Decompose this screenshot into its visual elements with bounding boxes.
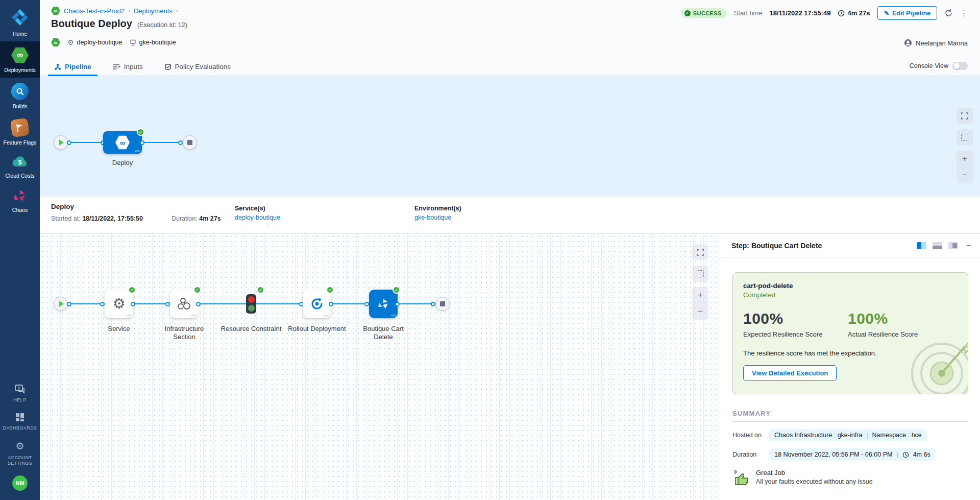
pencil-icon: ✎ xyxy=(884,9,889,17)
breadcrumb-deployments-link[interactable]: Deployments xyxy=(134,7,173,15)
play-icon xyxy=(59,139,64,146)
cd-stage-icon: ∞ xyxy=(115,135,130,150)
fullscreen-icon[interactable] xyxy=(692,244,708,260)
duration-value: 4m 27s xyxy=(199,215,220,222)
console-view-toggle[interactable] xyxy=(952,62,968,70)
avatar[interactable]: NM xyxy=(12,475,28,491)
play-icon xyxy=(59,301,64,307)
sidebar-label-cloud-costs: Cloud Costs xyxy=(5,173,34,179)
duration-pill: 18 November 2022, 05:56 PM - 06:00 PM | … xyxy=(769,448,936,461)
start-time-label: Start time xyxy=(734,9,763,17)
step-node-service[interactable]: ⚙ ✓ </> xyxy=(105,290,133,318)
console-view-control: Console View xyxy=(910,62,968,70)
stage-canvas-controls: + − xyxy=(957,108,973,183)
sidebar-label-builds: Builds xyxy=(13,103,28,109)
marquee-select-icon[interactable] xyxy=(957,129,973,146)
chevron-right-icon: › xyxy=(176,8,178,14)
sidebar-user-avatar[interactable]: NM xyxy=(0,470,40,500)
zoom-out-button[interactable]: − xyxy=(957,167,973,183)
execution-graph-canvas[interactable]: ⚙ ✓ </> Service ✓ </> Infrastructure Sec… xyxy=(40,234,720,500)
step-details-panel: Step: Boutique Cart Delete − cart-pod-de… xyxy=(720,234,980,500)
duration-row: Duration 18 November 2022, 05:56 PM - 06… xyxy=(732,448,968,461)
sidebar-item-help[interactable]: ? HELP xyxy=(0,379,40,407)
view-detailed-execution-button[interactable]: View Detailed Execution xyxy=(743,365,837,381)
collapse-panel-icon[interactable]: − xyxy=(966,241,971,250)
breadcrumb: ∞ Chaos-Test-in-Prod2 › Deployments › xyxy=(51,6,178,15)
dashboards-grid-icon xyxy=(15,412,25,422)
sidebar-item-home[interactable]: Home xyxy=(0,0,40,41)
step-node-resource-constraint[interactable]: ✓ xyxy=(237,290,265,318)
zoom-out-button[interactable]: − xyxy=(692,303,708,320)
zoom-in-button[interactable]: + xyxy=(692,287,708,303)
fullscreen-icon[interactable] xyxy=(957,108,973,124)
duration-label: Duration: xyxy=(172,215,198,222)
stage-pipeline-canvas[interactable]: ∞ ✓ </> Deploy + − xyxy=(40,76,980,197)
exec-end-node[interactable] xyxy=(435,297,450,311)
kebab-menu-icon[interactable]: ⋮ xyxy=(960,9,968,18)
success-check-icon: ✓ xyxy=(326,286,334,294)
pill-separator: | xyxy=(896,451,898,458)
edit-pipeline-label: Edit Pipeline xyxy=(892,10,930,17)
tab-policy-evaluations[interactable]: Policy Evaluations xyxy=(162,63,233,76)
stage-node-deploy[interactable]: ∞ ✓ </> xyxy=(103,131,142,154)
environment-link[interactable]: gke-boutique xyxy=(414,214,451,221)
port xyxy=(100,302,105,306)
tab-policy-label: Policy Evaluations xyxy=(175,63,231,70)
summary-duration-label: Duration xyxy=(732,451,764,458)
step-node-rollout-deployment[interactable]: ✓ </> xyxy=(303,290,331,318)
stage-start-node[interactable] xyxy=(54,135,68,150)
duration-total: 4m 6s xyxy=(913,451,930,458)
service-gear-icon: ⚙ xyxy=(112,297,125,311)
header-meta: ✓ SUCCESS Start time 18/11/2022 17:55:49… xyxy=(681,6,968,20)
tab-pipeline[interactable]: Pipeline xyxy=(52,63,93,76)
exec-start-node[interactable] xyxy=(54,297,68,311)
sidebar-item-dashboards[interactable]: DASHBOARDS xyxy=(0,407,40,435)
stage-end-node[interactable] xyxy=(183,135,197,150)
template-icon: </> xyxy=(126,314,131,317)
sidebar-item-cloud-costs[interactable]: $ Cloud Costs xyxy=(0,150,40,183)
stage-started: Started at: 18/11/2022, 17:55:50 xyxy=(51,215,143,222)
zoom-in-button[interactable]: + xyxy=(957,151,973,167)
sidebar-label-deployments: Deployments xyxy=(4,67,35,73)
sidebar-item-deployments[interactable]: ∞ Deployments xyxy=(0,41,40,78)
service-link[interactable]: deploy-boutique xyxy=(235,214,280,221)
pipeline-icon xyxy=(54,63,61,70)
layout-minimized-panel-icon[interactable] xyxy=(948,242,958,249)
sidebar-item-chaos[interactable]: Chaos xyxy=(0,183,40,218)
breadcrumb-project-link[interactable]: Chaos-Test-in-Prod2 xyxy=(64,7,125,15)
sidebar-item-account-settings[interactable]: ⚙ ACCOUNT SETTINGS xyxy=(0,435,40,470)
console-view-label: Console View xyxy=(910,62,948,69)
user-avatar-icon xyxy=(904,39,912,47)
sidebar-item-feature-flags[interactable]: Feature Flags xyxy=(0,114,40,150)
tab-bar: Pipeline Inputs Policy Evaluations xyxy=(40,59,980,76)
great-job-title: Great Job xyxy=(756,469,873,477)
duration-value: 4m 27s xyxy=(847,9,870,17)
ci-module-icon xyxy=(11,83,29,100)
start-time-value: 18/11/2022 17:55:49 xyxy=(769,9,830,17)
layout-right-panel-icon[interactable] xyxy=(917,242,926,249)
inputs-icon xyxy=(113,63,120,70)
refresh-icon[interactable] xyxy=(944,9,953,17)
step-node-infrastructure-section[interactable]: ✓ </> xyxy=(170,290,199,318)
duration-chip: 4m 27s xyxy=(838,9,870,17)
edit-pipeline-button[interactable]: ✎ Edit Pipeline xyxy=(877,6,938,20)
sidebar-label-chaos: Chaos xyxy=(12,207,28,213)
ff-module-icon xyxy=(10,118,30,137)
sidebar-label-account-settings: ACCOUNT SETTINGS xyxy=(0,455,40,466)
user-row[interactable]: Neelanjan Manna xyxy=(904,39,968,47)
step-label-infrastructure: Infrastructure Section xyxy=(154,325,215,342)
layout-bottom-panel-icon[interactable] xyxy=(933,242,942,249)
tab-inputs[interactable]: Inputs xyxy=(111,63,145,76)
svg-text:$: $ xyxy=(18,159,22,166)
marquee-select-icon[interactable] xyxy=(692,266,708,282)
template-icon: </> xyxy=(324,314,329,317)
sidebar-item-builds[interactable]: Builds xyxy=(0,78,40,114)
port xyxy=(329,302,333,306)
execution-id: (Execution Id: 12) xyxy=(137,21,187,29)
exec-canvas-controls: + − xyxy=(692,244,708,320)
step-label-service: Service xyxy=(88,325,150,333)
step-label-rollout: Rollout Deployment xyxy=(286,325,348,333)
step-node-boutique-cart-delete[interactable]: ✓ </> xyxy=(369,290,398,318)
service-tag-label: deploy-boutique xyxy=(77,39,122,46)
started-label: Started at: xyxy=(51,215,81,222)
